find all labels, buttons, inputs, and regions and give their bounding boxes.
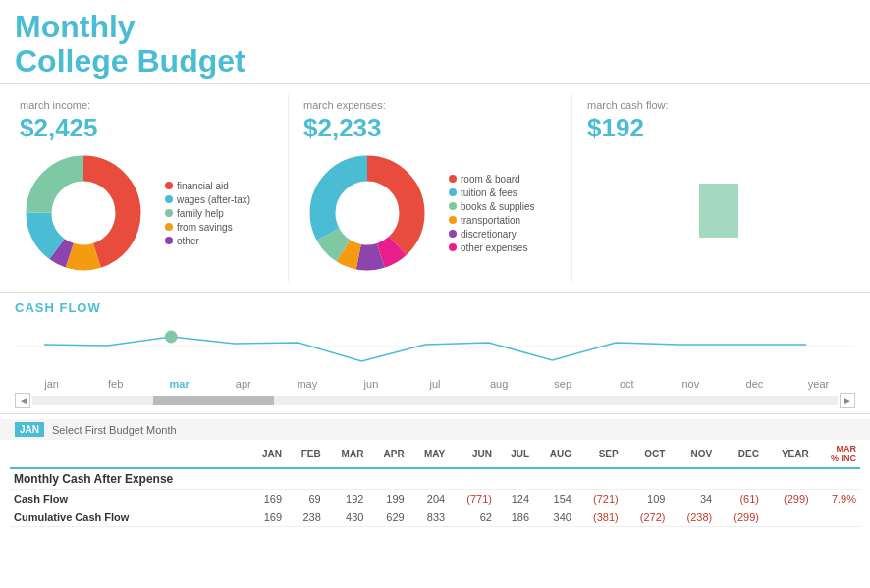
cashflow-bar-chart xyxy=(587,159,850,238)
col-header-jun: JUN xyxy=(449,440,496,468)
cash-flow-line-chart xyxy=(15,317,855,376)
cell xyxy=(449,468,496,490)
cell xyxy=(575,468,623,490)
month-labels: jan feb mar apr may jun jul aug sep oct … xyxy=(15,378,855,390)
cell-nov: (238) xyxy=(669,508,716,527)
month-oct[interactable]: oct xyxy=(595,378,659,390)
scroll-track[interactable] xyxy=(32,396,838,405)
table-header-row: JAN Select First Budget Month xyxy=(0,419,870,440)
cell-oct: 109 xyxy=(623,490,670,508)
svg-point-12 xyxy=(337,183,398,243)
cashflow-bar xyxy=(699,184,738,238)
cell xyxy=(763,468,813,490)
scroll-thumb[interactable] xyxy=(153,396,274,405)
expenses-legend: room & board tuition & fees books & supp… xyxy=(449,174,535,253)
col-header-mar: MAR xyxy=(325,440,368,468)
month-sep[interactable]: sep xyxy=(531,378,595,390)
expenses-legend-item: other expenses xyxy=(461,242,527,253)
month-dec[interactable]: dec xyxy=(723,378,787,390)
cell xyxy=(325,468,368,490)
income-legend-item: wages (after-tax) xyxy=(177,194,250,205)
table-row: Cumulative Cash Flow 169 238 430 629 833… xyxy=(10,508,860,527)
cell-dec: (61) xyxy=(716,490,763,508)
col-header-aug: AUG xyxy=(533,440,575,468)
cell-oct: (272) xyxy=(623,508,670,527)
cell-jun: (771) xyxy=(449,490,496,508)
cell-year xyxy=(763,508,813,527)
col-header-mar-pct: MAR% INC xyxy=(813,440,860,468)
cell xyxy=(286,468,325,490)
month-jun[interactable]: jun xyxy=(339,378,403,390)
income-donut-chart xyxy=(20,149,157,277)
cell xyxy=(246,468,286,490)
cell-jul: 124 xyxy=(496,490,533,508)
col-header-dec: DEC xyxy=(716,440,763,468)
cell xyxy=(367,468,408,490)
summary-section: march income: $2,425 xyxy=(0,84,870,293)
cell xyxy=(716,468,763,490)
cell-feb: 69 xyxy=(286,490,325,508)
col-header-jul: JUL xyxy=(496,440,533,468)
month-may[interactable]: may xyxy=(275,378,339,390)
cell xyxy=(813,468,860,490)
cell xyxy=(623,468,670,490)
page-title: Monthly College Budget xyxy=(15,10,855,79)
income-legend: financial aid wages (after-tax) family h… xyxy=(165,181,250,246)
timeline-scrollbar: ◀ ▶ xyxy=(15,390,855,413)
table-row-header: Monthly Cash After Expense xyxy=(10,468,860,490)
month-mar[interactable]: mar xyxy=(147,378,211,390)
cell-pct: 7.9% xyxy=(813,490,860,508)
cashflow-label: march cash flow: xyxy=(587,99,850,111)
cell-feb: 238 xyxy=(286,508,325,527)
scroll-right-arrow[interactable]: ▶ xyxy=(840,393,855,408)
cell-apr: 199 xyxy=(367,490,408,508)
month-aug[interactable]: aug xyxy=(467,378,531,390)
row-label-cashflow: Cash Flow xyxy=(10,490,246,508)
budget-table-container: JAN FEB MAR APR MAY JUN JUL AUG SEP OCT … xyxy=(0,440,870,527)
income-legend-item: other xyxy=(177,236,199,246)
cell-dec: (299) xyxy=(716,508,763,527)
section-header-label: Monthly Cash After Expense xyxy=(10,468,246,490)
month-apr[interactable]: apr xyxy=(211,378,275,390)
col-header-jan: JAN xyxy=(246,440,286,468)
month-jan[interactable]: jan xyxy=(20,378,83,390)
cell-mar: 192 xyxy=(325,490,368,508)
cell-jan: 169 xyxy=(246,508,286,527)
income-legend-item: family help xyxy=(177,208,224,219)
cell-aug: 154 xyxy=(533,490,575,508)
cell-jan: 169 xyxy=(246,490,286,508)
cell-aug: 340 xyxy=(533,508,575,527)
cell-year: (299) xyxy=(763,490,813,508)
month-jul[interactable]: jul xyxy=(403,378,466,390)
col-header-nov: NOV xyxy=(669,440,716,468)
cell xyxy=(669,468,716,490)
col-header-may: MAY xyxy=(408,440,450,468)
svg-point-5 xyxy=(53,183,114,243)
month-feb[interactable]: feb xyxy=(83,378,147,390)
col-header-oct: OCT xyxy=(623,440,670,468)
cell-mar: 430 xyxy=(325,508,368,527)
expenses-legend-item: discretionary xyxy=(461,229,517,240)
income-block: march income: $2,425 xyxy=(15,94,289,282)
table-row: Cash Flow 169 69 192 199 204 (771) 124 1… xyxy=(10,490,860,508)
expenses-amount: $2,233 xyxy=(303,113,567,143)
jan-badge[interactable]: JAN xyxy=(15,422,44,437)
scroll-left-arrow[interactable]: ◀ xyxy=(15,393,30,408)
page-header: Monthly College Budget xyxy=(0,0,870,84)
svg-point-14 xyxy=(165,331,177,343)
col-header-sep: SEP xyxy=(575,440,623,468)
month-nov[interactable]: nov xyxy=(659,378,723,390)
month-year[interactable]: year xyxy=(787,378,850,390)
cell-jul: 186 xyxy=(496,508,533,527)
timeline-section: CASH FLOW jan feb mar apr may jun jul au… xyxy=(0,293,870,414)
table-column-headers: JAN FEB MAR APR MAY JUN JUL AUG SEP OCT … xyxy=(10,440,860,468)
table-section: JAN Select First Budget Month JAN FEB MA… xyxy=(0,414,870,532)
income-label: march income: xyxy=(20,99,283,111)
budget-table: JAN FEB MAR APR MAY JUN JUL AUG SEP OCT … xyxy=(10,440,860,527)
cell xyxy=(408,468,450,490)
col-header-feb: FEB xyxy=(286,440,325,468)
cell-pct xyxy=(813,508,860,527)
cell xyxy=(496,468,533,490)
income-legend-item: financial aid xyxy=(177,181,229,191)
cell-may: 833 xyxy=(408,508,450,527)
